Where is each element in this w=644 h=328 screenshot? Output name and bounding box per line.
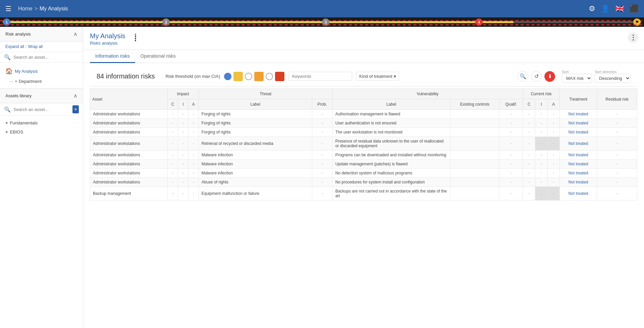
cell-cr-c: - xyxy=(523,169,535,178)
search-filter-button[interactable]: 🔍 xyxy=(518,71,528,82)
progress-bar-area: 1 2 3 4 ⚑ xyxy=(0,17,644,27)
fundamentals-label: Fundamentals xyxy=(10,120,38,125)
assets-search-input[interactable] xyxy=(13,107,70,112)
table-row: Administrator workstations - - - Malware… xyxy=(90,151,637,160)
cell-vuln-existing xyxy=(450,128,499,137)
cell-threat-prob: - xyxy=(312,160,332,169)
cell-threat-prob: - xyxy=(312,119,332,128)
sidebar-search-icon: 🔍 xyxy=(4,54,11,60)
add-asset-button[interactable]: + xyxy=(72,105,79,113)
risk-square-yellow[interactable] xyxy=(233,72,243,81)
cell-treatment[interactable]: Not treated xyxy=(559,119,597,128)
cell-threat-label: Equipment malfunction or failure xyxy=(199,187,312,201)
logout-icon[interactable]: ⬛ xyxy=(630,4,639,13)
sidebar-search-input[interactable] xyxy=(13,55,79,60)
refresh-filter-button[interactable]: ↺ xyxy=(531,71,542,82)
col-cr-a: A xyxy=(547,99,559,110)
department-label: Department xyxy=(19,79,42,84)
cell-vuln-existing xyxy=(450,178,499,187)
cell-vuln-label: The user workstation is not monitored xyxy=(332,128,450,137)
tab-information-risks[interactable]: Information risks xyxy=(90,50,135,63)
tabs-row: Information risks Operational risks xyxy=(83,50,644,63)
sidebar-search-row: 🔍 xyxy=(0,52,83,63)
treatment-select-label: Kind of treatment xyxy=(359,74,392,79)
content-title-area: My Analysis Risks analysis • • • xyxy=(90,32,637,50)
breadcrumb-home[interactable]: Home xyxy=(18,6,33,12)
risk-analysis-toggle[interactable]: ∧ xyxy=(73,31,77,37)
cell-impact-c: - xyxy=(167,169,178,178)
cell-impact-c: - xyxy=(167,128,178,137)
col-current-risk: Current risk xyxy=(523,89,560,99)
cell-treatment[interactable]: Not treated xyxy=(559,178,597,187)
treatment-select[interactable]: Kind of treatment ▾ xyxy=(356,72,399,81)
cell-vuln-label: User authentication is not ensured xyxy=(332,119,450,128)
user-icon[interactable]: 👤 xyxy=(601,4,610,13)
tab-operational-risks[interactable]: Operational risks xyxy=(135,50,181,63)
flag-icon[interactable]: 🇬🇧 xyxy=(615,4,624,13)
cell-treatment[interactable]: Not treated xyxy=(559,128,597,137)
ebios-expand[interactable]: + xyxy=(5,129,8,134)
sidebar-item-my-analysis[interactable]: 🏠 My Analysis xyxy=(0,65,83,77)
cell-vuln-qualif: - xyxy=(499,128,523,137)
cell-threat-label: Forging of rights xyxy=(199,110,312,119)
cell-vuln-existing xyxy=(450,110,499,119)
hamburger-menu[interactable]: ☰ xyxy=(5,5,11,13)
expand-all-link[interactable]: Expand all xyxy=(5,44,24,49)
treatment-dropdown-icon: ▾ xyxy=(394,74,396,79)
cell-threat-label: Forging of rights xyxy=(199,119,312,128)
risks-table: Asset Impact Threat Vulnerability Curren… xyxy=(90,89,637,201)
cell-residual-risk: - xyxy=(597,160,637,169)
risk-square-orange[interactable] xyxy=(254,72,264,81)
cell-asset: Administrator workstations xyxy=(90,151,168,160)
download-button[interactable]: ⬇ xyxy=(544,71,555,82)
cell-threat-label: Malware infection xyxy=(199,169,312,178)
cell-treatment[interactable]: Not treated xyxy=(559,110,597,119)
cell-impact-a: - xyxy=(189,151,199,160)
cell-asset: Administrator workstations xyxy=(90,110,168,119)
cell-cr-c: - xyxy=(523,187,535,201)
sort-direction-select[interactable]: Descending xyxy=(595,74,631,83)
cell-treatment[interactable]: Not treated xyxy=(559,187,597,201)
risk-square-red[interactable] xyxy=(275,72,284,81)
cell-vuln-existing xyxy=(450,119,499,128)
title-more-button[interactable]: • • • xyxy=(132,32,139,41)
cell-impact-a: - xyxy=(189,110,199,119)
ebios-item[interactable]: + EBIOS xyxy=(0,127,83,136)
fundamentals-item[interactable]: + Fundamentals xyxy=(0,118,83,127)
assets-library-label: Assets library xyxy=(5,93,32,98)
top-navigation: ☰ Home > My Analysis ⚙ 👤 🇬🇧 ⬛ xyxy=(0,0,644,17)
risk-circle-blue[interactable] xyxy=(224,73,231,80)
breadcrumb: Home > My Analysis xyxy=(18,6,68,12)
cell-treatment[interactable]: Not treated xyxy=(559,151,597,160)
keywords-input[interactable] xyxy=(288,72,352,81)
risk-circle-grey1[interactable] xyxy=(245,73,252,80)
cell-vuln-qualif: - xyxy=(499,151,523,160)
col-threat-label: Label xyxy=(199,99,312,110)
nav-tree: 🏠 My Analysis ··· + Department xyxy=(0,63,83,88)
content-more-button[interactable] xyxy=(628,32,639,43)
table-row: Administrator workstations - - - Forging… xyxy=(90,128,637,137)
wrap-all-link[interactable]: Wrap all xyxy=(28,44,43,49)
risk-circle-grey2[interactable] xyxy=(266,73,273,80)
cell-threat-label: Forging of rights xyxy=(199,128,312,137)
cell-cr-c: - xyxy=(523,137,535,151)
risk-threshold-label: Risk threshold (on max CIA) xyxy=(165,74,220,79)
assets-toggle[interactable]: ∧ xyxy=(73,93,77,99)
cell-impact-a: - xyxy=(189,160,199,169)
settings-icon[interactable]: ⚙ xyxy=(589,4,595,13)
cell-impact-i: - xyxy=(178,169,189,178)
cell-treatment[interactable]: Not treated xyxy=(559,137,597,151)
risk-count-label: 84 information risks xyxy=(97,72,155,80)
cell-treatment[interactable]: Not treated xyxy=(559,169,597,178)
cell-cr-i: - xyxy=(535,137,547,151)
sidebar-item-department[interactable]: ··· + Department xyxy=(0,77,83,86)
risk-count: 84 information risks Risk threshold (on … xyxy=(83,63,644,89)
cell-impact-i: - xyxy=(178,160,189,169)
cell-residual-risk: - xyxy=(597,187,637,201)
fundamentals-expand[interactable]: + xyxy=(5,120,8,125)
sort-select[interactable]: MAX risk xyxy=(562,74,592,83)
cell-residual-risk: - xyxy=(597,110,637,119)
cell-treatment[interactable]: Not treated xyxy=(559,160,597,169)
cell-cr-c: - xyxy=(523,178,535,187)
cell-residual-risk: - xyxy=(597,151,637,160)
